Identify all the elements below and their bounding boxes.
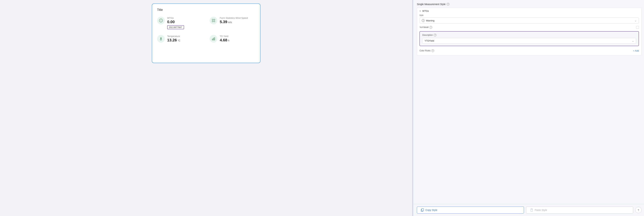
- description-label: Description ?: [422, 34, 636, 36]
- left-panel: Title ! WTGs 0.00 202: [0, 0, 412, 216]
- bottom-buttons: Copy Style Paste Style ?: [413, 204, 644, 216]
- wtgs-value: 0.00: [167, 20, 184, 24]
- yoy-help-icon[interactable]: ?: [430, 26, 432, 29]
- copy-style-button[interactable]: Copy Style: [417, 206, 524, 214]
- wtgs-content: WTGs 0.00 202.0877667: [167, 17, 184, 29]
- warning-icon-small: !: [422, 19, 424, 22]
- temperature-content: Temperature 13.26°C: [167, 35, 180, 42]
- section-help-icon[interactable]: ?: [447, 3, 450, 6]
- icon-select[interactable]: ! Warning: [420, 18, 639, 24]
- wind-speed-content: Farm Statistics Wind Speed 5.39m/s: [220, 17, 248, 24]
- main-container: Title ! WTGs 0.00 202: [0, 0, 644, 216]
- metrics-grid: ! WTGs 0.00 202.0877667: [157, 17, 255, 42]
- svg-rect-17: [531, 209, 532, 209]
- bottom-help-button[interactable]: ?: [635, 207, 642, 213]
- widget-title: Title: [157, 8, 255, 12]
- yoy-row: YoY/MoM ?: [420, 26, 639, 29]
- yoy-label: YoY/MoM ?: [420, 26, 432, 29]
- td-yield-value: 4.68h: [220, 38, 230, 42]
- form-section: Icon ! Warning YoY/MoM ?: [417, 14, 641, 55]
- color-rules-help-icon[interactable]: ?: [432, 49, 434, 52]
- icon-form-row: Icon ! Warning: [420, 14, 639, 24]
- wind-speed-label: Farm Statistics Wind Speed: [220, 17, 248, 19]
- wtgs-collapsible-header[interactable]: ∨ WTGs: [417, 8, 641, 14]
- chevron-down-icon: ∨: [420, 10, 421, 12]
- svg-text:!: !: [160, 20, 161, 22]
- section-title: Single Measurement Style ?: [417, 3, 642, 6]
- thermometer-icon: [157, 35, 165, 42]
- td-yield-content: TD Yield 4.68h: [220, 35, 230, 42]
- wtgs-group-label: WTGs: [422, 10, 429, 12]
- svg-rect-13: [214, 38, 215, 40]
- bar-chart-icon: [210, 35, 217, 42]
- yoy-checkbox[interactable]: [636, 26, 639, 29]
- svg-rect-15: [422, 209, 424, 211]
- description-select[interactable]: YTDYield: [422, 38, 636, 44]
- metric-item-td-yield: TD Yield 4.68h: [210, 35, 255, 42]
- description-select-wrapper: YTDYield: [422, 38, 636, 44]
- svg-rect-2: [212, 19, 213, 20]
- svg-rect-11: [212, 39, 213, 40]
- wind-speed-value: 5.39m/s: [220, 20, 248, 24]
- copy-icon: [421, 208, 424, 212]
- description-section: Description ? YTDYield: [420, 31, 639, 46]
- td-yield-label: TD Yield: [220, 35, 230, 38]
- wtgs-sub: 202.0877667: [167, 25, 184, 29]
- svg-rect-12: [213, 38, 214, 40]
- right-panel: Single Measurement Style ? ∨ WTGs Icon: [413, 0, 644, 216]
- paste-style-button[interactable]: Paste Style: [526, 206, 633, 214]
- warning-icon: !: [157, 17, 165, 24]
- svg-rect-5: [214, 21, 215, 22]
- grid-icon: [210, 17, 217, 24]
- metric-item-wind-speed: Farm Statistics Wind Speed 5.39m/s: [210, 17, 255, 29]
- wtgs-collapsible: ∨ WTGs Icon ! Warning: [417, 8, 642, 56]
- svg-rect-3: [214, 19, 215, 20]
- wtgs-label: WTGs: [167, 17, 184, 19]
- temperature-label: Temperature: [167, 35, 180, 38]
- description-help-icon[interactable]: ?: [434, 34, 436, 36]
- paste-icon: [530, 208, 533, 212]
- metric-item-temperature: Temperature 13.26°C: [157, 35, 203, 42]
- icon-label: Icon: [420, 14, 639, 16]
- color-rules-row: Color Rules ? + Add: [420, 48, 639, 53]
- right-content: Single Measurement Style ? ∨ WTGs Icon: [413, 0, 644, 204]
- color-rules-label: Color Rules ?: [420, 49, 434, 52]
- metric-item-wtgs: ! WTGs 0.00 202.0877667: [157, 17, 203, 29]
- temperature-value: 13.26°C: [167, 38, 180, 42]
- svg-rect-4: [212, 21, 213, 22]
- widget-card: Title ! WTGs 0.00 202: [152, 4, 260, 63]
- add-color-rule-link[interactable]: + Add: [633, 50, 639, 52]
